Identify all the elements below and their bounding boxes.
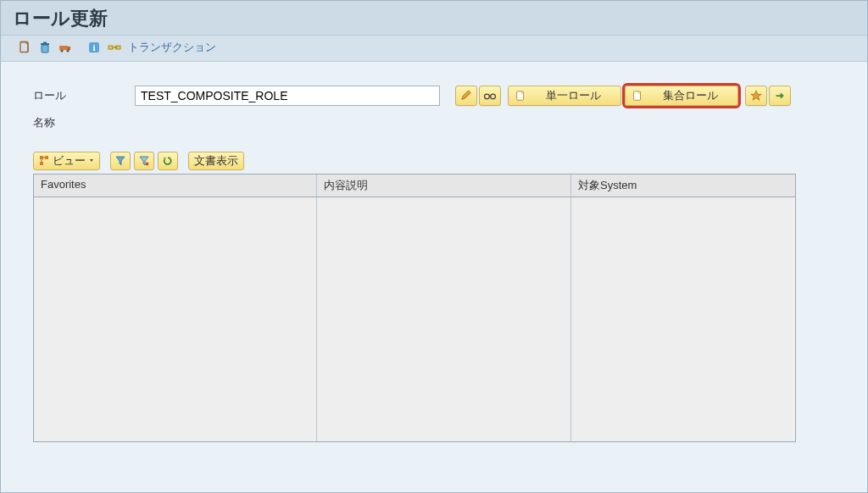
- svg-point-7: [66, 49, 69, 52]
- col-description[interactable]: 内容説明: [317, 174, 571, 197]
- svg-rect-1: [42, 45, 48, 53]
- form-row-role: ロール 単一ロール 集合ロール: [33, 86, 843, 106]
- filter-button[interactable]: [110, 152, 131, 170]
- role-input[interactable]: [135, 86, 440, 106]
- single-role-button[interactable]: 単一ロール: [508, 86, 621, 106]
- document-outline-icon[interactable]: [16, 39, 33, 56]
- svg-rect-4: [59, 46, 68, 50]
- col-favorites[interactable]: Favorites: [34, 174, 317, 197]
- single-role-label: 単一ロール: [531, 88, 615, 103]
- filter-clear-button[interactable]: [134, 152, 154, 170]
- composite-role-label: 集合ロール: [648, 88, 732, 103]
- page-title: ロール更新: [13, 6, 855, 31]
- app-window: ロール更新 i トランザクション ロール: [0, 0, 868, 493]
- funnel-icon: [114, 155, 126, 167]
- favorites-grid: Favorites 内容説明 対象System: [33, 174, 796, 442]
- svg-rect-18: [40, 162, 43, 165]
- view-button-label: ビュー: [53, 153, 86, 169]
- transaction-link[interactable]: トランザクション: [128, 40, 216, 55]
- dropdown-indicator-icon: [89, 156, 94, 166]
- new-document-icon: [514, 89, 527, 102]
- refresh-icon: [162, 155, 174, 167]
- svg-point-12: [485, 94, 490, 99]
- grid-body[interactable]: [34, 197, 795, 441]
- svg-rect-17: [45, 156, 48, 159]
- tree-icon: [39, 155, 51, 167]
- document-display-label: 文書表示: [194, 153, 238, 169]
- name-label: 名称: [33, 115, 135, 130]
- svg-text:i: i: [92, 42, 95, 53]
- application-toolbar: i トランザクション: [1, 36, 867, 62]
- document-display-button[interactable]: 文書表示: [188, 152, 244, 170]
- table-toolbar: ビュー 文書表示: [33, 152, 843, 170]
- refresh-button[interactable]: [158, 152, 178, 170]
- role-label: ロール: [33, 88, 135, 103]
- svg-point-6: [60, 49, 63, 52]
- col-target-system[interactable]: 対象System: [571, 174, 795, 197]
- transport-icon[interactable]: [57, 39, 74, 56]
- svg-point-13: [491, 94, 496, 99]
- svg-rect-3: [43, 42, 47, 44]
- svg-rect-10: [108, 46, 113, 49]
- favorite-button[interactable]: [745, 86, 767, 106]
- svg-rect-16: [40, 156, 43, 159]
- svg-rect-5: [68, 47, 70, 50]
- info-icon[interactable]: i: [86, 39, 103, 56]
- title-bar: ロール更新: [1, 1, 867, 36]
- form-row-name: 名称: [33, 114, 843, 131]
- glasses-button[interactable]: [479, 86, 501, 106]
- new-document-icon: [631, 89, 644, 102]
- grid-header: Favorites 内容説明 対象System: [34, 174, 795, 197]
- trash-icon[interactable]: [36, 39, 53, 56]
- navigate-button[interactable]: [769, 86, 791, 106]
- composite-role-button[interactable]: 集合ロール: [625, 86, 738, 106]
- edit-button[interactable]: [455, 86, 477, 106]
- content-area: ロール 単一ロール 集合ロール: [1, 62, 867, 451]
- funnel-clear-icon: [138, 155, 150, 167]
- view-button[interactable]: ビュー: [33, 152, 100, 170]
- transaction-flow-icon[interactable]: [106, 39, 123, 56]
